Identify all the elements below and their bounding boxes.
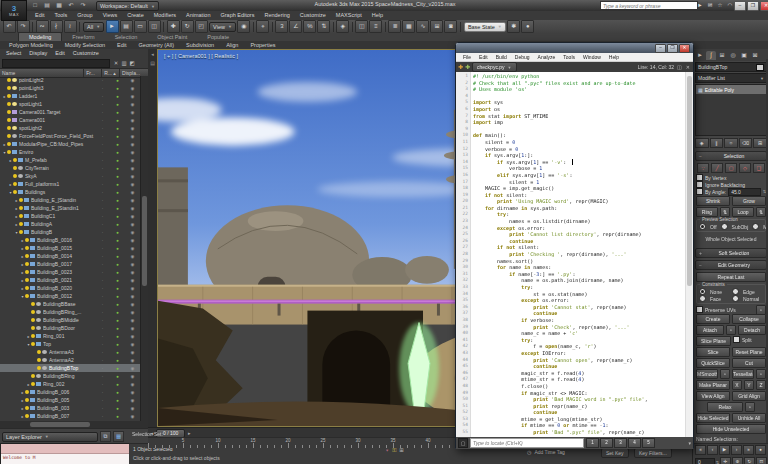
- frozen-flag-icon[interactable]: ·: [95, 390, 110, 395]
- renderable-flag-icon[interactable]: ●: [110, 150, 125, 155]
- menu-edit[interactable]: Edit: [30, 11, 49, 20]
- preserve-uvs-checkbox[interactable]: Preserve UVs ▫: [696, 306, 766, 313]
- isolate-selection-icon[interactable]: ♀: [385, 447, 389, 454]
- frozen-flag-icon[interactable]: ·: [95, 134, 110, 139]
- scene-row-buildingb-0021[interactable]: ▸BuildingB_0021·●◉: [0, 276, 141, 284]
- renderable-flag-icon[interactable]: ●: [110, 190, 125, 195]
- frozen-flag-icon[interactable]: ·: [95, 398, 110, 403]
- menu-animation[interactable]: Animation: [181, 11, 215, 20]
- hide-unselected-button[interactable]: Hide Unselected: [696, 424, 766, 434]
- script-editor-window[interactable]: – ❒ ✕ FileEditBuildDebugAnalyzeToolsWind…: [455, 42, 694, 449]
- listener-output-pane[interactable]: Welcome to M: [1, 454, 130, 464]
- visibility-bulb-icon[interactable]: [25, 406, 29, 410]
- renderable-flag-icon[interactable]: ●: [110, 166, 125, 171]
- renderable-flag-icon[interactable]: ●: [110, 182, 125, 187]
- frozen-flag-icon[interactable]: ·: [95, 254, 110, 259]
- detach-button[interactable]: Detach: [738, 325, 766, 335]
- display-flag-icon[interactable]: ◉: [125, 382, 140, 387]
- grow-button[interactable]: Grow: [732, 196, 766, 206]
- close-document-icon[interactable]: ✕: [685, 64, 691, 70]
- renderable-flag-icon[interactable]: ●: [110, 358, 125, 363]
- scene-row-full-platforms1[interactable]: ▸Full_platforms1·●◉: [0, 180, 141, 188]
- visibility-bulb-icon[interactable]: [19, 222, 23, 226]
- frozen-flag-icon[interactable]: ·: [95, 150, 110, 155]
- display-flag-icon[interactable]: ◉: [125, 222, 140, 227]
- display-flag-icon[interactable]: ◉: [125, 182, 140, 187]
- angle-value-field[interactable]: 45.0: [728, 188, 761, 196]
- renderable-flag-icon[interactable]: ●: [110, 102, 125, 107]
- loop-button[interactable]: Loop: [732, 207, 754, 217]
- shrink-button[interactable]: Shrink: [696, 196, 730, 206]
- display-flag-icon[interactable]: ◉: [125, 110, 140, 115]
- previous-frame-icon[interactable]: ‹: [707, 445, 718, 455]
- scene-row-skya[interactable]: SkyA·●◉: [0, 172, 141, 180]
- scene-row-buildingbring-[interactable]: BuildingBRing_...·●◉: [0, 308, 141, 316]
- view-align-button[interactable]: View Align: [696, 391, 730, 401]
- percent-snap-icon[interactable]: %: [303, 20, 316, 33]
- ring-button[interactable]: Ring: [696, 207, 718, 217]
- display-flag-icon[interactable]: ◉: [125, 342, 140, 347]
- editor-close-button[interactable]: ✕: [679, 44, 690, 53]
- display-flag-icon[interactable]: ◉: [125, 78, 140, 83]
- display-flag-icon[interactable]: ◉: [125, 246, 140, 251]
- display-flag-icon[interactable]: ◉: [125, 174, 140, 179]
- grid-icon[interactable]: ▦: [113, 431, 124, 442]
- redo-icon[interactable]: ↷: [78, 1, 88, 10]
- listener-macro-pane[interactable]: [1, 444, 130, 454]
- explorer-menu-edit[interactable]: Edit: [51, 49, 68, 58]
- ring-spinner[interactable]: ⇅: [720, 207, 730, 217]
- frozen-flag-icon[interactable]: ·: [95, 142, 110, 147]
- play-icon[interactable]: ▶: [719, 445, 730, 455]
- visibility-bulb-icon[interactable]: [31, 302, 35, 306]
- undo-icon[interactable]: ↶: [66, 1, 76, 10]
- zoom-view-icon[interactable]: ⊕: [732, 457, 743, 464]
- frozen-flag-icon[interactable]: ·: [95, 278, 110, 283]
- editor-menu-edit[interactable]: Edit: [475, 53, 492, 62]
- menu-create[interactable]: Create: [122, 11, 149, 20]
- overflow-chevron-icon[interactable]: ▾: [688, 440, 691, 446]
- modify-tab-icon[interactable]: ∫: [706, 51, 716, 60]
- orbit-view-icon[interactable]: ↻: [744, 457, 755, 464]
- relax-button[interactable]: Relax: [707, 402, 743, 412]
- visibility-bulb-icon[interactable]: [31, 326, 35, 330]
- set-key-dot-icon[interactable]: ●: [755, 445, 766, 455]
- editor-menu-file[interactable]: File: [459, 53, 475, 62]
- display-flag-icon[interactable]: ◉: [125, 390, 140, 395]
- renderable-flag-icon[interactable]: ●: [110, 238, 125, 243]
- by-angle-checkbox[interactable]: By Angle: 45.0 ⇅: [696, 188, 766, 195]
- msmooth-settings-button[interactable]: ▫: [720, 369, 730, 379]
- menu-graph-editors[interactable]: Graph Editors: [216, 11, 260, 20]
- workspace-dropdown[interactable]: Workspace: Default▼: [96, 1, 159, 11]
- renderable-flag-icon[interactable]: ●: [110, 158, 125, 163]
- display-flag-icon[interactable]: ◉: [125, 230, 140, 235]
- preview-off-radio[interactable]: [699, 223, 706, 230]
- show-end-result-icon[interactable]: ∥: [710, 138, 724, 148]
- scene-row-camera001[interactable]: Camera001·●◉: [0, 116, 141, 124]
- visibility-bulb-icon[interactable]: [31, 334, 35, 338]
- frozen-flag-icon[interactable]: ·: [95, 342, 110, 347]
- restore-button[interactable]: ❒: [747, 1, 759, 11]
- scrollbar-thumb[interactable]: [30, 422, 90, 427]
- menu-customize[interactable]: Customize: [295, 11, 331, 20]
- undo-icon[interactable]: ↶: [3, 20, 16, 33]
- code-text[interactable]: #! /usr/bin/env python# Check that all "…: [471, 72, 685, 437]
- reference-coordinate-dropdown[interactable]: View▼: [209, 22, 236, 32]
- motion-tab-icon[interactable]: ◎: [728, 51, 738, 60]
- scene-row-buildingc1[interactable]: ▸BuildingC1·●◉: [0, 212, 141, 220]
- ribbon-group-align[interactable]: Align: [221, 42, 243, 48]
- clear-search-icon[interactable]: ✕: [112, 59, 120, 67]
- scene-row-pointlight3[interactable]: pointLight3·●◉: [0, 84, 141, 92]
- editor-title-bar[interactable]: – ❒ ✕: [456, 43, 693, 53]
- hierarchy-tab-icon[interactable]: ⊞: [717, 51, 727, 60]
- layer-manager-icon[interactable]: ≣: [388, 20, 401, 33]
- renderable-flag-icon[interactable]: ●: [110, 142, 125, 147]
- edge-subobject-icon[interactable]: ╱: [711, 163, 723, 173]
- layers-icon[interactable]: ⧉: [100, 431, 111, 442]
- display-flag-icon[interactable]: ◉: [125, 150, 140, 155]
- frozen-flag-icon[interactable]: ·: [95, 190, 110, 195]
- frozen-flag-icon[interactable]: ·: [95, 166, 110, 171]
- bind-to-space-warp-icon[interactable]: ≀: [64, 20, 77, 33]
- repeat-last-button[interactable]: Repeat Last: [696, 272, 766, 282]
- menu-group[interactable]: Group: [72, 11, 97, 20]
- ribbon-group-edit[interactable]: Edit: [112, 42, 131, 48]
